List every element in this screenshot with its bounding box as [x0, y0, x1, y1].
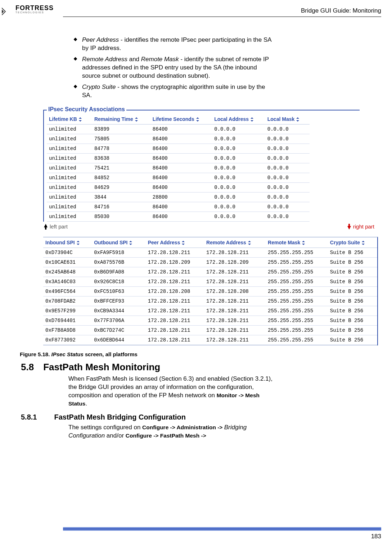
table-cell: 85030	[92, 212, 150, 221]
table-cell: 172.28.128.211	[146, 306, 204, 316]
table-cell: 172.28.128.211	[204, 316, 266, 326]
table-cell: Suite B 256	[328, 248, 377, 258]
section-body-post: .	[85, 400, 87, 407]
subsection-number: 5.8.1	[21, 413, 37, 421]
table-cell: 75421	[92, 163, 150, 173]
table-cell: Suite B 256	[328, 258, 377, 267]
table-cell: 172.28.128.209	[146, 258, 204, 267]
table-cell: 0.0.0.0	[212, 192, 265, 202]
ipsec-table-left: Lifetime KB Remaining Time Lifetime Seco…	[47, 114, 310, 222]
bullet-term: Remote Address	[82, 56, 127, 63]
table-cell: Suite B 256	[328, 287, 377, 296]
subsection-heading: 5.8.1 FastPath Mesh Bridging Configurati…	[21, 413, 381, 421]
section-body: When FastPath Mesh is licensed (Section …	[68, 375, 274, 408]
table-row: unlimited84852864000.0.0.00.0.0.0	[47, 173, 310, 182]
column-header[interactable]: Local Mask	[265, 114, 310, 124]
table-cell: 0xCB9A3344	[92, 306, 146, 316]
table-cell: Suite B 256	[328, 326, 377, 335]
table-cell: 172.28.128.211	[204, 306, 266, 316]
sort-icon[interactable]	[296, 117, 299, 122]
table-cell: 172.28.128.209	[204, 258, 266, 267]
table-cell: unlimited	[47, 163, 92, 173]
table-cell: unlimited	[47, 173, 92, 182]
table-row: 0x708FDAB20xBFFCEF93172.28.128.211172.28…	[43, 296, 377, 306]
sort-icon[interactable]	[196, 117, 199, 122]
column-header[interactable]: Remote Address	[204, 237, 266, 248]
table-cell: 83638	[92, 153, 150, 163]
table-cell: 0.0.0.0	[265, 134, 310, 144]
table-cell: 0xFA9F5918	[92, 248, 146, 258]
column-header[interactable]: Inbound SPI	[43, 237, 92, 248]
table-row: 0x245AB6480xB6D9FA08172.28.128.211172.28…	[43, 267, 377, 277]
table-cell: 3844	[92, 192, 150, 202]
table-cell: 0.0.0.0	[212, 182, 265, 192]
column-header[interactable]: Remote Mask	[266, 237, 328, 248]
table-cell: 255.255.255.255	[266, 326, 328, 335]
sort-icon[interactable]	[129, 240, 132, 245]
sort-icon[interactable]	[250, 117, 254, 122]
column-header[interactable]: Crypto Suite	[328, 237, 377, 248]
table-cell: 0.0.0.0	[212, 144, 265, 153]
brand-name: FORTRESS	[15, 4, 54, 12]
table-cell: 0.0.0.0	[265, 163, 310, 173]
subsection-body-nav1: Configure -> Administration ->	[142, 424, 224, 430]
sort-icon[interactable]	[76, 240, 80, 245]
sort-icon[interactable]	[78, 117, 82, 122]
table-cell: 0x10CAE631	[43, 258, 92, 267]
table-cell: 86400	[150, 124, 212, 134]
table-row: unlimited85030864000.0.0.00.0.0.0	[47, 212, 310, 221]
table-cell: 255.255.255.255	[266, 296, 328, 306]
table-cell: 28800	[150, 192, 212, 202]
sort-icon[interactable]	[361, 240, 365, 245]
table-cell: unlimited	[47, 212, 92, 221]
arrow-down-icon	[347, 223, 352, 230]
column-header[interactable]: Lifetime Seconds	[150, 114, 212, 124]
bullet-term: Peer Address	[82, 36, 119, 43]
subsection-title: FastPath Mesh Bridging Configuration	[54, 413, 186, 421]
subsection-body: The settings configured on Configure -> …	[68, 424, 274, 440]
column-header[interactable]: Peer Address	[146, 237, 204, 248]
table-cell: 0xD73904C	[43, 248, 92, 258]
table-cell: 255.255.255.255	[266, 277, 328, 287]
table-cell: Suite B 256	[328, 296, 377, 306]
table-cell: 0.0.0.0	[265, 202, 310, 212]
table-cell: 0x245AB648	[43, 267, 92, 277]
section-title: FastPath Mesh Monitoring	[43, 362, 160, 373]
table-cell: 84778	[92, 144, 150, 153]
table-cell: 0.0.0.0	[212, 153, 265, 163]
table-cell: 86400	[150, 173, 212, 182]
column-header[interactable]: Local Address	[212, 114, 265, 124]
column-header[interactable]: Remaining Time	[92, 114, 150, 124]
table-cell: 172.28.128.208	[204, 287, 266, 296]
figure-caption: Figure 5.18. IPsec Status screen, all pl…	[20, 351, 381, 357]
figure-caption-suffix: screen, all platforms	[84, 351, 138, 357]
table-cell: unlimited	[47, 182, 92, 192]
sort-icon[interactable]	[135, 117, 138, 122]
table-cell: 172.28.128.211	[146, 267, 204, 277]
doc-header-title: Bridge GUI Guide: Monitoring	[301, 7, 381, 14]
sort-icon[interactable]	[302, 240, 305, 245]
column-header[interactable]: Lifetime KB	[47, 114, 92, 124]
table-cell: unlimited	[47, 192, 92, 202]
table-row: unlimited75805864000.0.0.00.0.0.0	[47, 134, 310, 144]
table-cell: 0xFC510F63	[92, 287, 146, 296]
column-header[interactable]: Outbound SPI	[92, 237, 146, 248]
arrow-up-icon	[43, 223, 48, 230]
sort-icon[interactable]	[181, 240, 185, 245]
left-part-annotation: left part	[43, 223, 68, 230]
section-number: 5.8	[21, 362, 34, 373]
table-row: unlimited84629864000.0.0.00.0.0.0	[47, 182, 310, 192]
table-cell: unlimited	[47, 153, 92, 163]
bullet-term2: Remote Mask	[141, 56, 179, 63]
table-row: 0xF7B8A9D80xBC7D274C172.28.128.211172.28…	[43, 326, 377, 335]
table-cell: 0.0.0.0	[212, 212, 265, 221]
table-cell: 172.28.128.211	[146, 335, 204, 345]
table-cell: 84629	[92, 182, 150, 192]
table-cell: 0.0.0.0	[212, 173, 265, 182]
table-row: 0x496FC5640xFC510F63172.28.128.208172.28…	[43, 287, 377, 296]
table-cell: 255.255.255.255	[266, 316, 328, 326]
table-cell: 0xD7694401	[43, 316, 92, 326]
sort-icon[interactable]	[248, 240, 251, 245]
table-cell: 172.28.128.211	[146, 248, 204, 258]
table-cell: Suite B 256	[328, 267, 377, 277]
